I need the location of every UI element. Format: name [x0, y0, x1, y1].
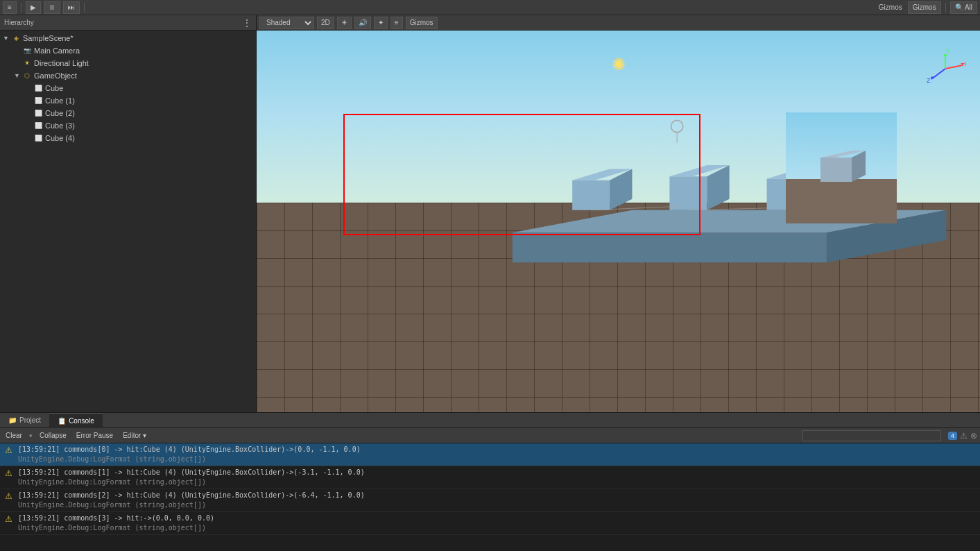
log-line1-4: [13:59:21] commonds[3] -> hit:->(0.0, 0.…	[18, 514, 977, 523]
pause-button[interactable]: ⏸	[44, 1, 60, 14]
log-icon-1: ⚠	[3, 445, 14, 456]
stats-button[interactable]: ≡	[390, 17, 403, 29]
tree-item-cube4[interactable]: ⬜ Cube (4)	[0, 132, 256, 144]
scene-toolbar: Shaded Wireframe 2D ☀ 🔊 ✦ ≡ Gizmos	[257, 15, 980, 31]
gizmos-scene-button[interactable]: Gizmos	[406, 17, 438, 29]
svg-text:Y: Y	[946, 48, 950, 54]
warning-icon: ⚠	[960, 431, 968, 441]
effects-button[interactable]: ✦	[374, 17, 388, 29]
svg-text:X: X	[964, 60, 966, 67]
log-line2-4: UnityEngine.Debug:LogFormat (string,obje…	[18, 523, 977, 533]
label-cube: Cube	[45, 84, 63, 92]
hierarchy-header: Hierarchy ⋮	[0, 15, 256, 31]
log-text-1: [13:59:21] commonds[0] -> hit:Cube (4) (…	[18, 445, 977, 464]
log-text-2: [13:59:21] commonds[1] -> hit:Cube (4) (…	[18, 468, 977, 487]
mesh-icon-cube: ⬜	[33, 83, 43, 93]
console-tab-label: Console	[69, 417, 94, 425]
log-row-3[interactable]: ⚠ [13:59:21] commonds[2] -> hit:Cube (4)…	[0, 489, 980, 512]
cube2-front	[669, 176, 707, 210]
log-line1-2: [13:59:21] commonds[1] -> hit:Cube (4) (…	[18, 468, 977, 477]
shading-mode-select[interactable]: Shaded Wireframe	[259, 17, 314, 29]
tree-item-cube3[interactable]: ⬜ Cube (3)	[0, 119, 256, 132]
label-cube3: Cube (3)	[45, 121, 75, 130]
menu-button[interactable]: ≡	[3, 1, 17, 14]
hierarchy-menu-icon[interactable]: ⋮	[242, 17, 252, 28]
svg-line-0	[945, 65, 963, 69]
hierarchy-content: ▼ ◈ SampleScene* 📷 Main Camera ☀ Directi…	[0, 31, 256, 412]
editor-button[interactable]: Editor ▾	[120, 430, 149, 442]
label-cube1: Cube (1)	[45, 96, 75, 105]
label-cube4: Cube (4)	[45, 134, 75, 142]
tab-console[interactable]: 📋 Console	[49, 413, 103, 428]
svg-marker-9	[820, 158, 852, 182]
arrow-samplescene: ▼	[3, 35, 11, 42]
svg-line-6	[931, 69, 945, 79]
tree-item-cube2[interactable]: ⬜ Cube (2)	[0, 107, 256, 119]
collapse-button[interactable]: Collapse	[37, 430, 69, 442]
cube1-side	[610, 169, 632, 210]
top-toolbar: ≡ ▶ ⏸ ⏭ Gizmos Gizmos 🔍 All	[0, 0, 980, 15]
log-line2-3: UnityEngine.Debug:LogFormat (string,obje…	[18, 500, 977, 510]
label-gameobject: GameObject	[34, 71, 77, 80]
console-icons: 4 ⚠ ⊗	[948, 431, 977, 441]
console-tab-icon: 📋	[58, 417, 66, 425]
secondary-viewport	[786, 112, 897, 223]
label-dirlight: Directional Light	[34, 59, 89, 67]
move-handle-circle	[671, 120, 683, 132]
bottom-tabs: 📁 Project 📋 Console	[0, 413, 980, 428]
scene-viewport[interactable]: ✺	[257, 31, 980, 412]
search-button[interactable]: 🔍 All	[950, 1, 977, 14]
log-row-4[interactable]: ⚠ [13:59:21] commonds[3] -> hit:->(0.0, …	[0, 512, 980, 535]
tree-item-maincamera[interactable]: 📷 Main Camera	[0, 44, 256, 57]
tree-item-gameobject[interactable]: ▼ ⬡ GameObject	[0, 69, 256, 82]
svg-marker-10	[852, 151, 866, 182]
hierarchy-panel: Hierarchy ⋮ ▼ ◈ SampleScene* 📷 Main Came…	[0, 15, 257, 412]
step-button[interactable]: ⏭	[63, 1, 80, 14]
tree-item-samplescene[interactable]: ▼ ◈ SampleScene*	[0, 32, 256, 44]
audio-button[interactable]: 🔊	[354, 17, 371, 29]
clear-button[interactable]: Clear	[3, 430, 25, 442]
bottom-panel: 📁 Project 📋 Console Clear ▾ Collapse Err…	[0, 412, 980, 551]
svg-text:Z: Z	[927, 77, 931, 84]
main-layout: Hierarchy ⋮ ▼ ◈ SampleScene* 📷 Main Came…	[0, 15, 980, 412]
log-icon-2: ⚠	[3, 468, 14, 479]
scene-area: Shaded Wireframe 2D ☀ 🔊 ✦ ≡ Gizmos ✺	[257, 15, 980, 412]
project-tab-icon: 📁	[8, 416, 17, 424]
gameobj-icon: ⬡	[22, 71, 32, 80]
tab-project[interactable]: 📁 Project	[0, 413, 49, 428]
mesh-icon-cube4: ⬜	[33, 133, 43, 143]
arrow-go: ▼	[14, 72, 22, 79]
project-tab-label: Project	[19, 416, 41, 424]
clear-dropdown-arrow[interactable]: ▾	[29, 432, 33, 439]
platform-front	[513, 232, 827, 262]
scene-objects: X Y Z	[257, 31, 980, 412]
2d-toggle-button[interactable]: 2D	[317, 17, 334, 29]
log-row-1[interactable]: ⚠ [13:59:21] commonds[0] -> hit:Cube (4)…	[0, 443, 980, 466]
log-icon-3: ⚠	[3, 491, 14, 502]
log-row-2[interactable]: ⚠ [13:59:21] commonds[1] -> hit:Cube (4)…	[0, 466, 980, 489]
scene-icon: ◈	[11, 33, 21, 43]
play-button[interactable]: ▶	[26, 1, 41, 14]
divider-2	[84, 3, 85, 12]
divider-3	[945, 3, 946, 12]
mini-scene-svg	[786, 112, 897, 223]
lighting-button[interactable]: ☀	[337, 17, 352, 29]
mesh-icon-cube3: ⬜	[33, 121, 43, 130]
log-line2-1: UnityEngine.Debug:LogFormat (string,obje…	[18, 455, 977, 464]
label-cube2: Cube (2)	[45, 109, 75, 117]
tree-item-cube1[interactable]: ⬜ Cube (1)	[0, 94, 256, 107]
gizmos-label: Gizmos	[879, 3, 902, 11]
label-samplescene: SampleScene*	[23, 34, 74, 42]
error-pause-button[interactable]: Error Pause	[74, 430, 116, 442]
tree-item-cube[interactable]: ⬜ Cube	[0, 82, 256, 94]
gizmo-svg: X Y Z	[925, 48, 966, 90]
info-count-badge: 4	[948, 432, 957, 440]
console-search-input[interactable]	[802, 430, 941, 441]
mesh-icon-cube2: ⬜	[33, 108, 43, 118]
tree-item-dirlight[interactable]: ☀ Directional Light	[0, 57, 256, 69]
log-line1-3: [13:59:21] commonds[2] -> hit:Cube (4) (…	[18, 491, 977, 500]
gizmos-button[interactable]: Gizmos	[908, 1, 941, 14]
log-line2-2: UnityEngine.Debug:LogFormat (string,obje…	[18, 477, 977, 487]
label-maincamera: Main Camera	[34, 46, 80, 55]
divider-1	[21, 3, 22, 12]
